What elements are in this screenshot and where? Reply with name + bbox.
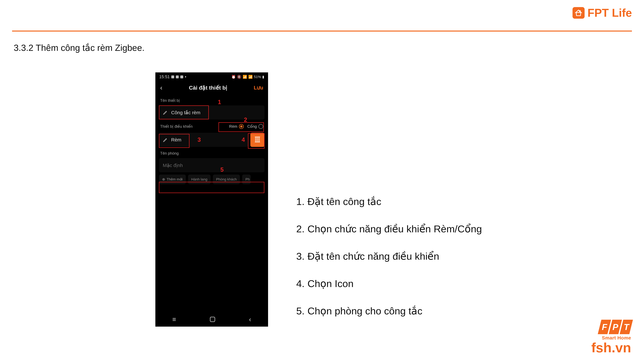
step-2: 2.Chọn chức năng điều khiển Rèm/Cổng: [296, 224, 482, 234]
annotation-number-4: 4: [242, 136, 245, 143]
control-type-radios: Rèm Cổng: [229, 124, 263, 129]
fpt-letter: F: [602, 322, 607, 332]
step-number: 1.: [296, 196, 304, 207]
brand-top: FPT Life: [572, 6, 632, 19]
status-time: 15:51: [159, 74, 170, 79]
choose-icon-button[interactable]: [250, 133, 264, 147]
header-rule: [12, 30, 632, 31]
fpt-life-logo-icon: [572, 7, 584, 19]
device-name-input[interactable]: Công tắc rèm: [159, 105, 264, 119]
android-navbar: ≡ ‹: [155, 312, 268, 327]
room-chips: ⊕ Thêm mới Hành lang Phòng khách Ph: [159, 175, 264, 184]
brand-top-label: FPT Life: [588, 6, 632, 19]
radio-cong[interactable]: Cổng: [247, 124, 263, 129]
nav-back-icon[interactable]: ‹: [249, 316, 251, 323]
nav-home-icon[interactable]: [210, 317, 215, 322]
step-text: Chọn chức năng điều khiển Rèm/Cổng: [308, 224, 482, 234]
svg-rect-0: [576, 12, 580, 15]
step-text: Chọn Icon: [308, 278, 354, 289]
status-more-icon: •: [185, 74, 186, 79]
fpt-blocks-logo-icon: F P T: [598, 320, 633, 334]
control-name-value: Rèm: [171, 137, 181, 143]
radio-off-icon: [258, 124, 263, 129]
plus-circle-icon: ⊕: [162, 177, 165, 181]
step-number: 3.: [296, 251, 304, 261]
annotation-number-1: 1: [218, 99, 221, 105]
status-app-icon: [176, 75, 179, 78]
control-type-label: Thiết bị điều khiển: [160, 124, 192, 129]
annotation-number-2: 2: [244, 116, 247, 123]
edit-icon: [163, 110, 168, 115]
control-type-row: Thiết bị điều khiển Rèm Cổng: [155, 119, 268, 131]
step-5: 5.Chọn phòng cho công tắc: [296, 306, 482, 316]
chip-add-room[interactable]: ⊕ Thêm mới: [159, 175, 186, 184]
chip-room[interactable]: Hành lang: [188, 175, 210, 184]
instruction-steps: 1.Đặt tên công tắc 2.Chọn chức năng điều…: [296, 196, 482, 333]
device-name-value: Công tắc rèm: [171, 110, 200, 115]
step-text: Đặt tên chức năng điều khiển: [308, 251, 439, 261]
site-url: fsh.vn: [591, 340, 631, 356]
fpt-letter: P: [612, 322, 618, 332]
step-3: 3.Đặt tên chức năng điều khiển: [296, 251, 482, 261]
phone-mock: 15:51 • ⏰ 🔇 📶 📶 51% ▮ ‹ Cài đặt thiết bị…: [155, 72, 268, 327]
step-4: 4.Chọn Icon: [296, 278, 482, 289]
radio-on-icon: [239, 124, 244, 129]
status-bar: 15:51 • ⏰ 🔇 📶 📶 51% ▮: [155, 72, 268, 81]
wifi-icon: 📶: [243, 75, 247, 79]
chip-room[interactable]: Phòng khách: [213, 175, 240, 184]
edit-icon: [163, 137, 168, 142]
status-app-icon: [171, 75, 174, 78]
annotation-number-5: 5: [220, 166, 224, 173]
mute-icon: 🔇: [237, 75, 241, 79]
chip-add-label: Thêm mới: [167, 177, 182, 181]
room-placeholder: Mặc định: [163, 162, 183, 168]
battery-text: 51%: [254, 75, 261, 79]
chip-room-label: Hành lang: [191, 177, 207, 181]
section-title: 3.3.2 Thêm công tắc rèm Zigbee.: [14, 43, 144, 53]
control-name-row: Rèm: [159, 133, 264, 147]
radio-rem-label: Rèm: [229, 124, 237, 129]
curtain-icon: [254, 136, 261, 144]
brand-bottom: F P T Smart Home fsh.vn: [591, 320, 631, 356]
nav-recent-icon[interactable]: ≡: [172, 316, 176, 323]
step-number: 4.: [296, 278, 304, 289]
alarm-icon: ⏰: [231, 75, 236, 79]
step-number: 5.: [296, 306, 304, 316]
step-text: Chọn phòng cho công tắc: [308, 306, 422, 316]
title-bar: ‹ Cài đặt thiết bị Lưu: [155, 81, 268, 94]
save-button[interactable]: Lưu: [254, 85, 263, 91]
smart-home-label: Smart Home: [591, 335, 631, 341]
signal-icon: 📶: [248, 75, 252, 79]
room-input[interactable]: Mặc định: [159, 158, 264, 172]
status-app-icon: [180, 75, 183, 78]
battery-icon: ▮: [262, 75, 264, 79]
fpt-letter: T: [624, 322, 629, 332]
radio-rem[interactable]: Rèm: [229, 124, 244, 129]
chip-room-label: Ph: [245, 177, 250, 181]
annotation-number-3: 3: [198, 136, 201, 143]
radio-cong-label: Cổng: [247, 124, 257, 129]
screen-title: Cài đặt thiết bị: [189, 84, 227, 91]
room-label: Tên phòng: [155, 147, 268, 158]
step-1: 1.Đặt tên công tắc: [296, 196, 482, 207]
step-number: 2.: [296, 224, 304, 234]
control-name-input[interactable]: Rèm: [159, 133, 248, 147]
device-name-label: Tên thiết bị: [155, 94, 268, 105]
back-icon[interactable]: ‹: [160, 84, 162, 91]
chip-room[interactable]: Ph: [242, 175, 251, 184]
step-text: Đặt tên công tắc: [308, 196, 382, 207]
chip-room-label: Phòng khách: [216, 177, 237, 181]
